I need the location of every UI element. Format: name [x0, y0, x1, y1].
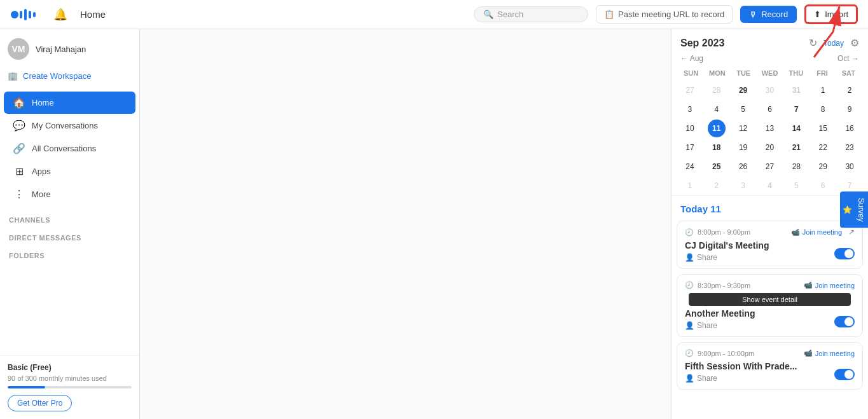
calendar-day[interactable]: 20	[761, 139, 778, 156]
calendar-prev-button[interactable]: ← Aug	[680, 54, 703, 63]
calendar-day[interactable]: 29	[814, 158, 832, 175]
calendar-day[interactable]: 27	[761, 158, 778, 175]
calendar-day[interactable]: 4	[708, 100, 726, 118]
calendar-day[interactable]: 4	[761, 177, 778, 195]
event-1-toggle-switch[interactable]	[834, 248, 855, 259]
get-otter-pro-button[interactable]: Get Otter Pro	[8, 395, 72, 411]
calendar-day[interactable]: 19	[734, 139, 752, 156]
event-1-share[interactable]: 👤 Share	[685, 253, 855, 262]
calendar-day[interactable]: 1	[814, 81, 832, 99]
create-workspace-label: Create Workspace	[23, 71, 91, 81]
sidebar-item-apps[interactable]: ⊞ Apps	[4, 160, 135, 182]
calendar-day[interactable]: 7	[787, 100, 805, 118]
calendar-day[interactable]: 3	[681, 100, 699, 118]
event-3-share[interactable]: 👤 Share	[685, 374, 855, 383]
clock-icon: 🕗	[685, 228, 694, 237]
calendar-day[interactable]: 27	[681, 81, 699, 99]
event-3-name: Fifth Session With Prade...	[685, 361, 855, 371]
survey-icon: ⭐	[843, 205, 851, 214]
calendar-day[interactable]: 12	[734, 120, 752, 137]
calendar-day[interactable]: 15	[814, 120, 832, 137]
calendar-day[interactable]: 11	[708, 120, 726, 137]
event-3-join-button[interactable]: 📹 Join meeting	[804, 349, 855, 357]
calendar-day[interactable]: 28	[708, 81, 726, 99]
sidebar-item-all-conversations[interactable]: 🔗 All Conversations	[4, 137, 135, 160]
create-workspace-icon: 🏢	[8, 71, 18, 81]
day-header-thu: THU	[783, 68, 809, 78]
calendar-today-button[interactable]: Today	[823, 39, 844, 48]
paste-meeting-url-button[interactable]: 📋 Paste meeting URL to record	[596, 5, 733, 24]
calendar-day[interactable]: 5	[734, 100, 752, 118]
calendar-day[interactable]: 14	[787, 120, 805, 137]
calendar-panel: Sep 2023 ↻ Today ⚙ ← Aug Oct → SUN MON	[671, 29, 868, 419]
calendar-day[interactable]: 26	[734, 158, 752, 175]
calendar-month-title: Sep 2023	[680, 38, 724, 49]
record-label: Record	[761, 10, 788, 19]
channels-section-label: CHANNELS	[0, 209, 139, 226]
calendar-day[interactable]: 8	[814, 100, 832, 118]
main-content	[140, 29, 671, 419]
search-bar[interactable]: 🔍 Search	[474, 6, 588, 22]
calendar-day[interactable]: 2	[841, 81, 858, 99]
calendar-days-header: SUN MON TUE WED THU FRI SAT	[677, 68, 863, 78]
calendar-day[interactable]: 30	[841, 158, 858, 175]
create-workspace-button[interactable]: 🏢 Create Workspace	[0, 66, 139, 88]
calendar-day[interactable]: 1	[681, 177, 699, 195]
event-3-toggle[interactable]	[834, 369, 855, 383]
usage-progress-bar	[8, 386, 132, 388]
sidebar-item-apps-label: Apps	[32, 167, 51, 176]
sidebar-item-my-conversations[interactable]: 💬 My Conversations	[4, 114, 135, 137]
calendar-day[interactable]: 25	[708, 158, 726, 175]
calendar-day[interactable]: 5	[787, 177, 805, 195]
event-3-time: 9:00pm - 10:00pm	[698, 350, 754, 357]
survey-tab[interactable]: Survey ⭐	[840, 191, 868, 228]
calendar-day[interactable]: 17	[681, 139, 699, 156]
record-button[interactable]: 🎙 Record	[740, 6, 797, 23]
paste-icon: 📋	[604, 10, 614, 19]
event-2-join-button[interactable]: 📹 Join meeting	[804, 281, 855, 289]
sidebar-user: VM Viraj Mahajan	[0, 29, 139, 66]
calendar-day[interactable]: 29	[734, 81, 752, 99]
event-3-toggle-switch[interactable]	[834, 369, 855, 380]
calendar-day[interactable]: 18	[708, 139, 726, 156]
calendar-settings-icon[interactable]: ⚙	[850, 37, 859, 49]
calendar-day[interactable]: 30	[761, 81, 778, 99]
event-2-share[interactable]: 👤 Share	[685, 321, 855, 330]
calendar-day[interactable]: 21	[787, 139, 805, 156]
calendar-day[interactable]: 31	[787, 81, 805, 99]
calendar-day[interactable]: 23	[841, 139, 858, 156]
calendar-day[interactable]: 16	[841, 120, 858, 137]
mic-icon: 🎙	[749, 10, 757, 19]
calendar-refresh-icon[interactable]: ↻	[809, 37, 817, 49]
show-event-detail-tooltip: Show event detail	[689, 293, 851, 306]
calendar-day[interactable]: 2	[708, 177, 726, 195]
calendar-day[interactable]: 24	[681, 158, 699, 175]
event-2-toggle[interactable]	[834, 316, 855, 330]
import-button[interactable]: ⬆ Import	[804, 4, 858, 24]
calendar-day[interactable]: 10	[681, 120, 699, 137]
event-1-external-link-icon[interactable]: ↗	[848, 228, 855, 237]
main-layout: VM Viraj Mahajan 🏢 Create Workspace 🏠 Ho…	[0, 29, 868, 419]
calendar-day[interactable]: 3	[734, 177, 752, 195]
notification-bell-icon[interactable]: 🔔	[53, 8, 67, 22]
sidebar-item-more[interactable]: ⋮ More	[4, 183, 135, 205]
event-card-3: 🕗 9:00pm - 10:00pm 📹 Join meeting Fifth …	[677, 342, 863, 390]
calendar-day[interactable]: 6	[761, 100, 778, 118]
survey-label: Survey	[857, 198, 865, 221]
calendar-day[interactable]: 13	[761, 120, 778, 137]
upload-icon: ⬆	[814, 10, 821, 19]
svg-rect-2	[24, 9, 27, 20]
day-header-fri: FRI	[809, 68, 835, 78]
calendar-next-button[interactable]: Oct →	[837, 54, 859, 63]
event-1-toggle[interactable]	[834, 248, 855, 262]
calendar-day[interactable]: 9	[841, 100, 858, 118]
calendar-day[interactable]: 22	[814, 139, 832, 156]
event-1-join-button[interactable]: 📹 Join meeting	[791, 228, 842, 237]
event-2-share-label: Share	[697, 321, 717, 330]
event-2-toggle-switch[interactable]	[834, 316, 855, 327]
content-inner: Sep 2023 ↻ Today ⚙ ← Aug Oct → SUN MON	[140, 29, 868, 419]
calendar-nav: ← Aug Oct →	[672, 52, 868, 68]
sidebar-item-home[interactable]: 🏠 Home	[4, 92, 135, 114]
calendar-day[interactable]: 28	[787, 158, 805, 175]
calendar-day[interactable]: 6	[814, 177, 832, 195]
